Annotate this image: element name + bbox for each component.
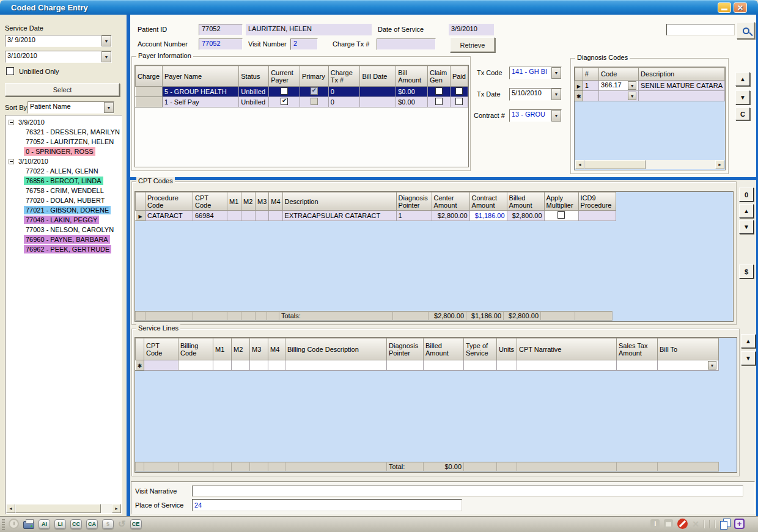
cpt-dollar-button[interactable]: $	[739, 264, 754, 279]
service-line-move-down-button[interactable]	[741, 351, 756, 365]
tx-date-combo[interactable]: 5/10/2010	[509, 88, 562, 101]
chevron-down-icon[interactable]	[551, 67, 561, 79]
copy-pages-icon[interactable]	[720, 519, 730, 529]
tree-patient-item[interactable]: 77022 - ALLEN, GLENN	[6, 166, 122, 176]
diagnosis-c-button[interactable]: C	[735, 107, 750, 120]
collapse-minus-icon[interactable]	[9, 159, 14, 164]
tree-patient-item[interactable]: 77052 - LAURITZEN, HELEN	[6, 137, 122, 147]
tree-date-group[interactable]: 3/9/2010	[6, 117, 122, 127]
unbilled-only-checkbox[interactable]	[6, 67, 14, 75]
printer-icon[interactable]	[23, 521, 34, 529]
diagnosis-move-up-button[interactable]	[735, 72, 750, 86]
tree-patient-item[interactable]: 77020 - DOLAN, HUBERT	[6, 195, 122, 205]
scroll-right-icon[interactable]: ►	[715, 160, 724, 169]
col-charge: Charge	[136, 66, 163, 87]
service-date-from-combo[interactable]: 3/ 9/2010	[5, 35, 112, 47]
add-lock-icon[interactable]: +	[734, 519, 745, 529]
claim-gen-checkbox[interactable]	[435, 98, 443, 105]
chevron-down-icon[interactable]	[101, 35, 111, 46]
tree-patient-item[interactable]: 0 - SPRINGER, ROSS	[6, 147, 122, 156]
charge-row-header[interactable]	[136, 87, 163, 97]
visit-number-field[interactable]: 2	[290, 38, 318, 50]
tree-date-group[interactable]: 3/10/2010	[6, 156, 122, 166]
tree-patient-item[interactable]: 76960 - PAYNE, BARBARA	[6, 235, 122, 244]
block-icon[interactable]	[677, 519, 688, 529]
cpt-row[interactable]: CATARACT 66984 EXTRACAPSULAR CATARACT 1 …	[136, 211, 616, 221]
current-payer-checkbox[interactable]	[281, 87, 288, 95]
diagnosis-horizontal-scrollbar[interactable]: ◄ ►	[575, 160, 724, 169]
delete-x-icon[interactable]: ✕	[692, 520, 699, 528]
undo-icon[interactable]: ↺	[118, 519, 126, 528]
paid-checkbox[interactable]	[455, 98, 463, 105]
dollar-button-disabled[interactable]: $	[102, 519, 114, 529]
info-icon[interactable]: i	[650, 519, 660, 528]
ca-button[interactable]: CA	[86, 519, 98, 529]
close-button[interactable]: ✕	[734, 2, 747, 13]
dropdown-arrow-icon[interactable]	[628, 81, 636, 90]
chevron-down-icon[interactable]	[104, 102, 114, 113]
cpt-zero-button[interactable]: 0	[739, 188, 754, 202]
search-button[interactable]	[737, 22, 755, 39]
tree-patient-item[interactable]: 77048 - LAKIN, PEGGY	[6, 215, 122, 225]
paid-checkbox[interactable]	[455, 87, 463, 95]
tree-patient-item[interactable]: 76321 - DRESSLER, MARILYN .	[6, 127, 122, 137]
save-icon[interactable]	[664, 519, 673, 528]
dropdown-arrow-icon[interactable]	[708, 361, 716, 370]
contract-combo[interactable]: 13 - GROU	[509, 109, 562, 122]
clock-icon[interactable]	[9, 519, 19, 529]
chevron-down-icon[interactable]	[101, 51, 111, 62]
tree-patient-item[interactable]: 76758 - CRIM, WENDELL	[6, 186, 122, 195]
toolbar-grip	[2, 519, 5, 530]
scrollbar-thumb[interactable]	[15, 504, 101, 513]
cc-button[interactable]: CC	[70, 519, 82, 529]
tree-horizontal-scrollbar[interactable]: ◄ ►	[6, 504, 121, 513]
scrollbar-thumb[interactable]	[584, 160, 646, 169]
service-date-to-combo[interactable]: 3/10/2010	[5, 51, 112, 63]
tree-patient-item[interactable]: 76856 - BERCOT, LINDA	[6, 176, 122, 186]
chevron-down-icon[interactable]	[551, 89, 561, 100]
scroll-left-icon[interactable]: ◄	[575, 160, 584, 169]
scroll-left-icon[interactable]: ◄	[6, 504, 15, 513]
current-payer-checkbox[interactable]	[281, 98, 288, 105]
diagnosis-table: # Code Description 1 366.17 SENILE MATUR…	[575, 67, 725, 101]
cpt-move-down-button[interactable]	[739, 220, 754, 234]
select-button[interactable]: Select	[5, 83, 120, 97]
diagnosis-row[interactable]: 1 366.17 SENILE MATURE CATARA	[575, 81, 725, 91]
tree-patient-item[interactable]: 77003 - NELSON, CAROLYN	[6, 225, 122, 235]
li-button[interactable]: LI	[54, 519, 66, 529]
service-line-move-up-button[interactable]	[741, 334, 756, 348]
visit-narrative-input[interactable]	[192, 486, 743, 497]
col-contract-amount: Contract Amount	[469, 192, 507, 211]
tx-code-combo[interactable]: 141 - GH BI	[509, 67, 562, 79]
charge-tx-field[interactable]	[377, 38, 436, 50]
patient-id-field[interactable]: 77052	[199, 24, 243, 35]
cpt-move-up-button[interactable]	[739, 204, 754, 218]
ce-button[interactable]: CE	[130, 519, 142, 529]
diagnosis-move-down-button[interactable]	[735, 90, 750, 104]
col-m4: M4	[269, 192, 282, 211]
ai-button[interactable]: AI	[39, 519, 50, 529]
collapse-minus-icon[interactable]	[9, 120, 14, 125]
claim-gen-checkbox[interactable]	[435, 87, 443, 95]
diagnosis-new-row[interactable]	[575, 91, 725, 101]
place-of-service-input[interactable]	[192, 499, 462, 511]
totals-label: Totals:	[279, 312, 393, 321]
cpt-totals-row: Totals: $2,800.00 $1,186.00 $2,800.00	[135, 311, 613, 321]
payer-row[interactable]: 1 - Self Pay Unbilled 0 $0.00	[136, 97, 468, 107]
search-input[interactable]	[666, 24, 735, 35]
account-number-field[interactable]: 77052	[199, 38, 243, 50]
tree-patient-item[interactable]: 76962 - PEEK, GERTRUDE	[6, 244, 122, 254]
apply-multiplier-checkbox[interactable]	[557, 211, 565, 219]
service-line-new-row[interactable]	[136, 360, 719, 371]
retrieve-button[interactable]: Retrieve	[450, 37, 495, 53]
charge-row-header[interactable]	[136, 97, 163, 107]
dropdown-arrow-icon[interactable]	[628, 92, 636, 100]
payer-row-selected[interactable]: 5 - GROUP HEALTH Unbilled 0 $0.00	[136, 87, 468, 97]
scroll-right-icon[interactable]: ►	[112, 504, 121, 513]
diagnosis-codes-group: Diagnosis Codes # Code Description 1	[570, 58, 729, 174]
tree-patient-item[interactable]: 77021 - GIBSON, DORENE	[6, 205, 122, 215]
minimize-button[interactable]	[718, 2, 731, 13]
sort-by-combo[interactable]: Patient Name	[28, 101, 114, 114]
chevron-down-icon[interactable]	[551, 110, 561, 122]
col-primary: Primary	[300, 66, 328, 87]
